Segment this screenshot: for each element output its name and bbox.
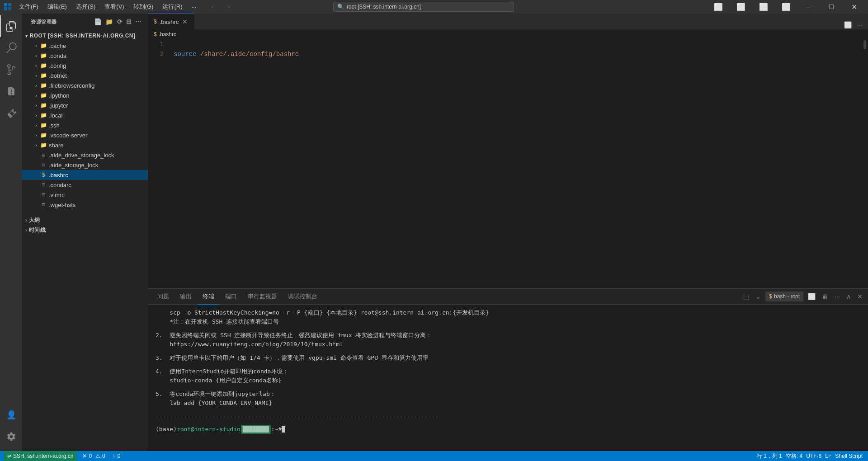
menu-select[interactable]: 选择(S) [72,2,99,12]
activity-avatar[interactable]: 👤 [0,404,22,426]
status-ssh[interactable]: ⇌ SSH: ssh.intern-ai.org.cn [4,451,77,461]
outline-arrow-icon: › [25,218,27,223]
editor-main: 1 2 source /share/.aide/config/bashrc [148,39,868,288]
tree-item-wget-hsts[interactable]: ≡ .wget-hsts [22,200,148,210]
terminal-line-empty4 [156,385,861,390]
terminal-tab-problems[interactable]: 问题 [152,289,175,305]
status-errors[interactable]: ✕ 0 ⚠ 0 [80,451,107,461]
terminal-tab-output[interactable]: 输出 [175,289,197,305]
status-lang[interactable]: Shell Script [833,451,864,461]
status-spaces[interactable]: 空格: 4 [784,451,804,461]
search-bar[interactable]: 🔍 [333,2,514,12]
menu-more[interactable]: ··· [188,3,200,11]
layout-btn-3[interactable]: ⬜ [753,0,774,14]
collapse-icon[interactable]: ⊟ [125,17,133,26]
timeline-section[interactable]: › 时间线 [22,225,148,235]
tree-item-config[interactable]: › 📁 .config [22,61,148,71]
maximize-button[interactable]: □ [821,0,842,14]
tree-item-cache[interactable]: › 📁 .cache [22,41,148,51]
terminal-layout-icon[interactable]: ⬚ [741,292,751,301]
terminal-split-icon[interactable]: ⬜ [806,292,817,301]
folder-arrow-icon: › [33,92,40,99]
terminal-maximize-icon[interactable]: ∧ [844,292,853,301]
menu-edit[interactable]: 编辑(E) [44,2,71,12]
new-file-icon[interactable]: 📄 [93,17,103,26]
close-button[interactable]: ✕ [844,0,864,14]
editor-area: $ .bashrc ✕ ⬜ ··· $ .bashrc 1 2 source /… [148,14,868,451]
menu-goto[interactable]: 转到(G) [130,2,157,12]
terminal-line-empty2 [156,349,861,353]
activity-explorer[interactable] [0,15,22,37]
terminal-line-scp: scp -o StrictHostKeyChecking=no -r -P {端… [156,308,861,326]
terminal-tab-serial[interactable]: 串行监视器 [242,289,283,305]
tree-item-jupyter[interactable]: › 📁 .jupyter [22,100,148,110]
tree-item-filebrowserconfig[interactable]: › 📁 .filebrowserconfig [22,80,148,90]
git-count: 0 [118,453,121,459]
terminal-chevron-icon[interactable]: ⌄ [754,292,763,301]
terminal-more-icon[interactable]: ··· [833,292,842,301]
activity-run[interactable] [0,80,22,102]
terminal-tab-terminal[interactable]: 终端 [197,289,220,305]
tree-item-dotnet[interactable]: › 📁 .dotnet [22,71,148,80]
folder-arrow-icon: › [33,72,40,79]
refresh-icon[interactable]: ⟳ [116,17,124,26]
layout-btn-4[interactable]: ⬜ [776,0,797,14]
git-icon: ⑂ [113,453,116,459]
menu-file[interactable]: 文件(F) [15,2,42,12]
terminal-content[interactable]: scp -o StrictHostKeyChecking=no -r -P {端… [148,305,868,451]
editor-tab-bashrc[interactable]: $ .bashrc ✕ [148,14,194,29]
terminal-tab-debug[interactable]: 调试控制台 [283,289,323,305]
terminal-tab-ports[interactable]: 端口 [220,289,242,305]
status-line-col[interactable]: 行 1，列 1 [755,451,784,461]
tree-item-ssh[interactable]: › 📁 .ssh [22,120,148,130]
menu-run[interactable]: 运行(R) [159,2,186,12]
terminal-close-icon[interactable]: ✕ [855,292,864,301]
activity-source-control[interactable] [0,59,22,80]
terminal-tab-bar: 问题 输出 终端 端口 串行监视器 调试控制台 ⬚ ⌄ $ bash - roo… [148,289,868,305]
new-folder-icon[interactable]: 📁 [104,17,114,26]
activity-extensions[interactable] [0,102,22,124]
tree-root-item[interactable]: ▾ ROOT [SSH: SSH.INTERN-AI.ORG.CN] [22,31,148,41]
tree-item-local[interactable]: › 📁 .local [22,110,148,120]
activity-search[interactable] [0,37,22,59]
activity-settings[interactable] [0,426,22,447]
folder-icon: 📁 [40,52,47,59]
more-tabs-icon[interactable]: ··· [855,20,864,29]
tab-close-button[interactable]: ✕ [181,18,189,26]
terminal-name-label[interactable]: $ bash - root [765,292,803,301]
menu-view[interactable]: 查看(V) [101,2,127,12]
breadcrumb-file: .bashrc [159,31,176,38]
folder-icon: 📁 [40,72,47,79]
tree-item-vscode-server[interactable]: › 📁 .vscode-server [22,130,148,140]
status-git[interactable]: ⑂ 0 [111,451,123,461]
tree-item-vimrc[interactable]: ≡ .vimrc [22,190,148,200]
editor-scrollbar[interactable] [862,39,868,288]
activity-bar-bottom: 👤 [0,404,22,451]
tree-item-bashrc[interactable]: $ .bashrc [22,170,148,180]
nav-back-button[interactable]: ← [207,2,220,12]
terminal-line-empty3 [156,362,861,367]
tree-item-aide-drive-lock[interactable]: ≡ .aide_drive_storage_lock [22,150,148,160]
tree-item-ipython[interactable]: › 📁 .ipython [22,90,148,100]
search-input[interactable] [347,4,510,10]
file-tree: ▾ ROOT [SSH: SSH.INTERN-AI.ORG.CN] › 📁 .… [22,29,148,212]
tree-item-share[interactable]: › 📁 share [22,140,148,150]
svg-rect-1 [8,3,11,6]
terminal-trash-icon[interactable]: 🗑 [820,292,830,301]
layout-btn-2[interactable]: ⬜ [731,0,751,14]
root-arrow-icon: ▾ [25,33,28,38]
warning-icon: ⚠ [95,453,100,459]
tree-item-conda[interactable]: › 📁 .conda [22,51,148,61]
tree-item-aide-storage-lock[interactable]: ≡ .aide_storage_lock [22,160,148,170]
sidebar: 资源管理器 📄 📁 ⟳ ⊟ ··· ▾ ROOT [SSH: SSH.INTER… [22,14,148,451]
code-area[interactable]: source /share/.aide/config/bashrc [168,39,835,288]
nav-forward-button[interactable]: → [222,2,234,12]
status-encoding[interactable]: UTF-8 [804,451,823,461]
status-line-ending[interactable]: LF [823,451,833,461]
more-actions-icon[interactable]: ··· [135,17,142,26]
split-editor-icon[interactable]: ⬜ [842,20,854,29]
outline-section[interactable]: › 大纲 [22,215,148,225]
tree-item-condarc[interactable]: ≡ .condarc [22,180,148,190]
minimize-button[interactable]: – [798,0,819,14]
layout-btn-1[interactable]: ⬜ [708,0,729,14]
